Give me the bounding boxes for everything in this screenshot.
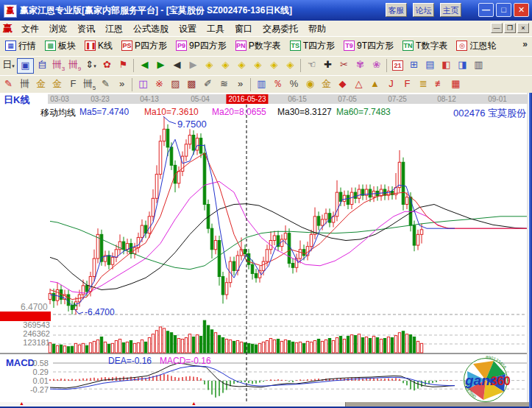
menu-item-交易委托[interactable]: 交易委托 — [258, 21, 303, 35]
brush-red-tool[interactable]: ✎ — [1, 77, 16, 91]
marker-tool[interactable]: ◆ — [335, 77, 350, 91]
menu-item-帮助[interactable]: 帮助 — [303, 21, 331, 35]
gann-angle-6-button[interactable]: ◈ — [283, 58, 298, 72]
measure-tool-button[interactable]: ✂ — [336, 58, 352, 72]
quotes-button[interactable]: ▦行情 — [1, 38, 40, 54]
titlebar-button-1[interactable]: 客服 — [386, 3, 407, 17]
percent-tool[interactable]: % — [286, 77, 302, 91]
pan-hand-button[interactable]: ☜ — [304, 58, 319, 72]
grid-lines-tool[interactable]: 卌 — [17, 77, 32, 91]
fib-tool[interactable]: F — [65, 77, 81, 91]
calendar-button[interactable]: 21 — [390, 58, 405, 72]
gold-tri-tool[interactable]: ▲ — [367, 77, 383, 91]
measure-tool-button-icon: ✂ — [340, 59, 348, 70]
close-button[interactable]: ✕ — [514, 3, 529, 17]
mdi-close-button[interactable]: × — [517, 23, 529, 33]
t-digit-table-button[interactable]: TNT数字表 — [399, 38, 451, 54]
bars-3-tool-button[interactable]: 卌3 — [51, 58, 66, 72]
self-select-button[interactable]: 自 — [35, 58, 50, 72]
mdi-minimize-button[interactable]: — — [491, 23, 503, 33]
gann-angle-5-button[interactable]: ◈ — [266, 58, 282, 72]
menu-item-江恩[interactable]: 江恩 — [100, 21, 128, 35]
bars-9-tool-button[interactable]: 卌9 — [67, 58, 82, 72]
t-square-button[interactable]: TST四方形 — [286, 38, 338, 54]
sectors-button[interactable]: ▩板块 — [41, 38, 79, 54]
gold-grid-tool-1[interactable]: 金 — [33, 77, 49, 91]
menu-item-文件[interactable]: 文件 — [16, 21, 44, 35]
9p-square-button[interactable]: P99P四方形 — [172, 38, 230, 54]
more-tools-1[interactable]: » — [114, 77, 130, 91]
gann-angle-1-button[interactable]: ◈ — [202, 58, 217, 72]
save-web-button[interactable]: ◨ — [455, 58, 470, 72]
shade-box-tool-2[interactable]: ▩ — [184, 77, 199, 91]
period-day-dropdown[interactable]: 日▾ — [1, 58, 16, 72]
kline-button[interactable]: ❚❚K线 — [81, 38, 116, 54]
festival-tool-button[interactable]: ✾ — [352, 58, 368, 72]
menu-item-设置[interactable]: 设置 — [174, 21, 202, 35]
crosshair-button[interactable]: ✚ — [320, 58, 336, 72]
gold-grid-tool-2[interactable]: 金 — [49, 77, 65, 91]
shade-box-tool-2-icon: ▩ — [187, 78, 196, 89]
gold-circle-tool[interactable]: ◉ — [302, 77, 318, 91]
gold-channel-tool[interactable]: ≣ — [416, 77, 431, 91]
grid-5-tool[interactable]: 卌5 — [82, 77, 97, 91]
menu-item-资讯[interactable]: 资讯 — [72, 21, 100, 35]
p-digit-table-button[interactable]: PNP数字表 — [232, 38, 285, 54]
gann-angle-4-button[interactable]: ◈ — [250, 58, 266, 72]
vol-profile-tool[interactable]: ▥ — [254, 77, 269, 91]
step-forward-button[interactable]: ▶ — [185, 58, 201, 72]
save-button[interactable]: ◧ — [439, 58, 454, 72]
chart-area[interactable]: 890123456234567890gann360 日K线 03-0303-23… — [0, 93, 532, 408]
notepad-button[interactable]: ▤ — [422, 58, 438, 72]
gann-box-tool[interactable]: ◫ — [135, 77, 151, 91]
pattern-tool-button[interactable]: ✿ — [99, 58, 115, 72]
gold-circle-tool-icon: ◉ — [306, 78, 314, 89]
gold-lines-tool[interactable]: 金 — [319, 77, 334, 91]
9t-square-icon: T9 — [344, 41, 355, 51]
menu-item-公式选股[interactable]: 公式选股 — [128, 21, 174, 35]
minimize-button[interactable]: — — [478, 3, 494, 17]
p-square-button[interactable]: PSP四方形 — [118, 38, 171, 54]
candle-style-dropdown[interactable]: ⇕▾ — [83, 58, 99, 72]
date-axis[interactable]: 03-0303-2304-1305-042016-05-2306-1507-05… — [48, 94, 528, 104]
jump-start-button[interactable]: ◀ — [137, 58, 152, 72]
more-tools-2[interactable]: » — [233, 77, 248, 91]
gold-lines-tool-icon: 金 — [322, 78, 331, 89]
calculator-button[interactable]: ⊞ — [406, 58, 422, 72]
gann-wheel-button[interactable]: ◎江恩轮 — [453, 38, 500, 54]
jump-end-button[interactable]: ▶ — [153, 58, 169, 72]
gann-angle-3-button[interactable]: ◈ — [234, 58, 249, 72]
menu-item-窗口[interactable]: 窗口 — [230, 21, 258, 35]
window-layout-button[interactable]: ▣ — [17, 58, 34, 74]
9t-square-button[interactable]: T99T四方形 — [340, 38, 397, 54]
toolbar-overflow-chevron[interactable]: » — [522, 39, 528, 49]
cloud-tool-button[interactable]: ❀ — [369, 58, 384, 72]
gann-wheel-icon: ◎ — [456, 41, 467, 51]
j-line-tool[interactable]: J — [383, 77, 399, 91]
kline-chart[interactable]: 890123456234567890gann360 — [0, 93, 532, 402]
gann-angle-4-button-icon: ◈ — [255, 59, 262, 70]
gann-angle-2-button-icon: ◈ — [222, 59, 230, 70]
menu-item-浏览[interactable]: 浏览 — [44, 21, 72, 35]
color-flag-button[interactable]: ⚑ — [116, 58, 131, 72]
shade-box-tool-1[interactable]: ▨ — [168, 77, 183, 91]
pen-tool[interactable]: ✐ — [200, 77, 216, 91]
pct-box-tool[interactable]: ％ — [270, 77, 285, 91]
band-tool[interactable]: ▦ — [448, 77, 464, 91]
step-back-button[interactable]: ◀ — [169, 58, 185, 72]
titlebar-button-2[interactable]: 论坛 — [413, 3, 434, 17]
ray-fan-tool[interactable]: ※ — [152, 77, 167, 91]
mdi-restore-button[interactable]: ❐ — [504, 23, 516, 33]
gann-angle-2-button[interactable]: ◈ — [218, 58, 233, 72]
menu-item-工具[interactable]: 工具 — [202, 21, 230, 35]
window-layout-button-icon: ▣ — [21, 60, 29, 71]
title-bar[interactable]: 赢 赢家江恩专业版[赢家内部服务平台] - [宝莫股份 SZ002476-136… — [0, 0, 532, 21]
titlebar-button-3[interactable]: 主页 — [440, 3, 461, 17]
brush-dark-tool[interactable]: ✎ — [98, 77, 113, 91]
tri-red-tool[interactable]: △ — [351, 77, 366, 91]
print-button[interactable]: ▥ — [471, 58, 486, 72]
wave-tool[interactable]: ≋ — [216, 77, 232, 91]
step-line-tool[interactable]: ≢ — [432, 77, 447, 91]
maximize-button[interactable]: □ — [496, 3, 511, 17]
f-line-tool[interactable]: F — [400, 77, 415, 91]
